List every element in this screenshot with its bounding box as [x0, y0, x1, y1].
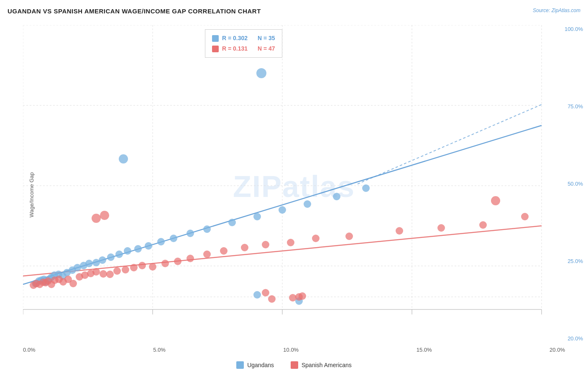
svg-point-33: [124, 247, 131, 255]
svg-point-94: [256, 68, 266, 78]
svg-point-60: [69, 280, 77, 287]
svg-point-65: [100, 270, 107, 278]
bottom-label-5: 5.0%: [153, 347, 166, 353]
svg-point-87: [100, 211, 109, 220]
svg-point-79: [287, 239, 294, 246]
svg-point-41: [253, 213, 261, 220]
svg-point-70: [138, 262, 146, 269]
source-label: Source: ZipAtlas.com: [533, 8, 580, 13]
svg-point-72: [161, 260, 169, 267]
svg-point-88: [491, 196, 500, 205]
spanish-label: Spanish Americans: [302, 362, 352, 368]
svg-point-31: [107, 253, 115, 261]
svg-point-69: [130, 264, 138, 271]
svg-point-40: [228, 219, 236, 226]
svg-point-81: [345, 232, 353, 240]
spanish-swatch: [291, 361, 298, 369]
svg-point-39: [203, 225, 211, 233]
svg-point-42: [279, 206, 286, 214]
svg-point-80: [312, 235, 320, 242]
bottom-label-15: 15.0%: [417, 347, 432, 353]
svg-point-89: [262, 289, 269, 296]
chart-title: UGANDAN VS SPANISH AMERICAN WAGE/INCOME …: [8, 8, 261, 15]
svg-point-75: [203, 250, 211, 258]
svg-point-73: [174, 258, 182, 265]
svg-point-28: [85, 260, 93, 267]
svg-point-45: [362, 184, 370, 192]
svg-point-78: [262, 241, 269, 248]
svg-line-13: [358, 105, 542, 184]
svg-point-66: [106, 271, 114, 278]
svg-point-71: [149, 263, 156, 271]
right-axis-labels: 100.0% 75.0% 50.0% 25.0% 20.0%: [565, 26, 583, 342]
right-label-20: 20.0%: [568, 335, 583, 342]
svg-point-44: [333, 193, 340, 200]
svg-point-34: [134, 245, 142, 253]
svg-point-77: [241, 244, 248, 251]
svg-point-86: [92, 214, 101, 223]
bottom-label-20: 20.0%: [550, 347, 565, 353]
bottom-label-10: 10.0%: [283, 347, 299, 353]
svg-point-76: [220, 247, 228, 255]
svg-point-82: [396, 227, 403, 235]
ugandans-swatch: [236, 361, 244, 369]
svg-point-36: [157, 238, 165, 245]
right-label-50: 50.0%: [568, 181, 583, 187]
svg-point-43: [304, 200, 311, 208]
svg-point-84: [479, 221, 487, 229]
svg-point-47: [253, 291, 261, 299]
svg-point-67: [113, 267, 121, 275]
right-label-100: 100.0%: [565, 26, 583, 32]
bottom-legend-ugandans: Ugandans: [236, 361, 274, 369]
chart-svg: [23, 25, 562, 347]
svg-point-46: [119, 154, 128, 164]
right-label-25: 25.0%: [568, 258, 583, 264]
bottom-label-0: 0.0%: [23, 347, 36, 353]
ugandans-label: Ugandans: [247, 362, 274, 368]
svg-point-90: [268, 295, 276, 303]
svg-point-85: [521, 213, 529, 220]
right-label-75: 75.0%: [568, 103, 583, 110]
svg-point-30: [99, 256, 106, 264]
svg-point-74: [187, 255, 194, 262]
svg-point-93: [299, 292, 306, 300]
chart-container: UGANDAN VS SPANISH AMERICAN WAGE/INCOME …: [0, 0, 588, 373]
svg-point-68: [122, 266, 129, 273]
y-axis-label-wrapper: Wage/Income Gap: [3, 50, 12, 340]
bottom-legend-spanish: Spanish Americans: [291, 361, 352, 369]
svg-point-35: [145, 242, 152, 250]
bottom-legend: Ugandans Spanish Americans: [0, 361, 588, 369]
bottom-axis-labels: 0.0% 5.0% 10.0% 15.0% 20.0%: [23, 347, 565, 353]
svg-point-64: [92, 268, 100, 276]
svg-point-32: [115, 250, 123, 258]
svg-point-37: [170, 235, 177, 242]
svg-point-83: [437, 224, 445, 232]
svg-point-38: [187, 230, 194, 237]
